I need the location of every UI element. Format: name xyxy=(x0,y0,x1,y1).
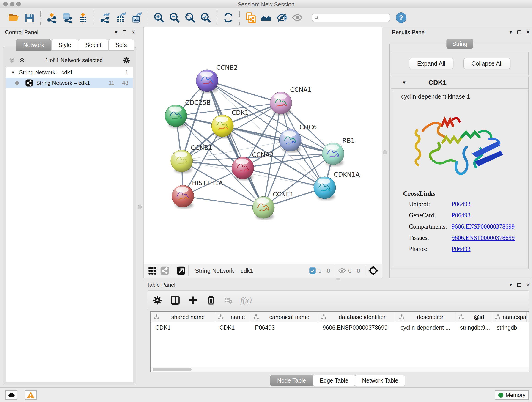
memory-status-dot-icon xyxy=(498,393,503,398)
network-row[interactable]: String Network – cdk1 11 48 xyxy=(6,78,133,88)
collapse-all-button[interactable]: Collapse All xyxy=(463,58,511,69)
network-edge[interactable] xyxy=(207,81,264,207)
tab-select[interactable]: Select xyxy=(78,39,108,51)
collapse-all-icon[interactable] xyxy=(8,57,15,64)
fit-content-crosshair-icon[interactable] xyxy=(368,266,378,276)
save-session-icon[interactable] xyxy=(23,11,36,24)
expand-all-icon[interactable] xyxy=(19,57,25,64)
tab-edge-table[interactable]: Edge Table xyxy=(313,375,355,386)
left-splitter-handle[interactable] xyxy=(138,205,142,209)
export-image-icon[interactable] xyxy=(130,11,143,24)
column-header-shared-name[interactable]: shared name xyxy=(151,312,215,322)
show-columns-icon[interactable] xyxy=(170,295,180,305)
network-options-gear-icon[interactable] xyxy=(123,56,130,64)
tab-node-table[interactable]: Node Table xyxy=(270,375,313,386)
network-collection-row[interactable]: ▼ String Network – cdk1 1 xyxy=(6,67,133,78)
network-node-ccna1[interactable]: CCNA1 xyxy=(270,86,312,115)
results-panel-close-icon[interactable]: ✕ xyxy=(526,30,530,35)
network-node-cdc25b[interactable]: CDC25B xyxy=(165,99,210,128)
tab-style[interactable]: Style xyxy=(51,39,78,51)
add-column-icon[interactable] xyxy=(188,295,198,305)
tree-expander-icon[interactable]: ▼ xyxy=(11,70,15,75)
export-network-icon[interactable] xyxy=(99,11,112,24)
table-panel-close-icon[interactable]: ✕ xyxy=(526,282,530,287)
table-options-gear-icon[interactable] xyxy=(152,295,162,305)
network-node-ccnb2[interactable]: CCNB2 xyxy=(196,64,238,93)
zoom-selected-icon[interactable] xyxy=(199,11,212,24)
grid-view-icon[interactable] xyxy=(148,266,157,275)
import-network-icon[interactable] xyxy=(45,11,58,24)
network-node-ccnb1[interactable]: CCNB1 xyxy=(171,144,212,173)
entry-header[interactable]: ▼ CDK1 xyxy=(391,77,528,89)
tab-network-table[interactable]: Network Table xyxy=(355,375,405,386)
cloud-status-button[interactable] xyxy=(6,390,17,400)
expand-all-button[interactable]: Expand All xyxy=(409,58,453,69)
tab-network[interactable]: Network xyxy=(16,39,51,51)
tab-string[interactable]: String xyxy=(446,39,473,49)
tab-sets[interactable]: Sets xyxy=(108,39,134,51)
birds-eye-view-icon[interactable] xyxy=(177,266,186,275)
scrollbar-thumb[interactable] xyxy=(152,368,191,371)
network-edge[interactable] xyxy=(183,196,264,207)
right-splitter-handle[interactable] xyxy=(383,150,387,154)
control-panel-float-icon[interactable] xyxy=(123,31,127,34)
column-header-name[interactable]: name xyxy=(215,312,250,322)
show-hidden-icon[interactable] xyxy=(291,11,304,24)
table-cell[interactable]: stringdb xyxy=(492,324,526,331)
table-panel-float-icon[interactable] xyxy=(517,283,521,287)
column-attribute-icon xyxy=(399,314,405,320)
zoom-fit-icon[interactable] xyxy=(184,11,197,24)
table-cell[interactable]: 9606.ENSP00000378699 xyxy=(318,324,396,331)
control-panel-close-icon[interactable]: ✕ xyxy=(132,30,136,35)
table-cell[interactable]: stringdb:9... xyxy=(456,324,492,331)
network-edge[interactable] xyxy=(207,81,281,103)
warnings-button[interactable] xyxy=(25,390,37,400)
refresh-icon[interactable] xyxy=(222,11,235,24)
table-horizontal-scrollbar[interactable] xyxy=(151,367,529,371)
network-canvas[interactable]: CCNB2CCNA1CDC25BCDK1CDC6RB1CCNB1CCNA2CDK… xyxy=(143,27,382,264)
export-table-icon[interactable] xyxy=(114,11,128,24)
zoom-out-icon[interactable] xyxy=(168,11,181,24)
table-row[interactable]: CDK1CDK1P064939606.ENSP00000378699cyclin… xyxy=(151,322,529,332)
open-session-icon[interactable] xyxy=(7,11,20,24)
results-panel-float-icon[interactable] xyxy=(517,31,521,34)
network-share-icon[interactable] xyxy=(160,266,169,275)
network-node-ccne1[interactable]: CCNE1 xyxy=(253,191,294,220)
entry-expander-icon[interactable]: ▼ xyxy=(402,80,406,85)
column-header-database-identifier[interactable]: database identifier xyxy=(318,312,396,322)
clone-network-icon[interactable] xyxy=(244,11,257,24)
column-header-canonical-name[interactable]: canonical name xyxy=(250,312,318,322)
table-panel-menu-icon[interactable]: ▾ xyxy=(510,282,512,287)
search-input[interactable] xyxy=(321,15,388,21)
column-header-description[interactable]: description xyxy=(396,312,456,322)
column-header-namespace[interactable]: namespace xyxy=(492,312,526,322)
import-network-from-database-icon[interactable] xyxy=(61,11,74,24)
network-node-rb1[interactable]: RB1 xyxy=(322,137,355,166)
table-cell[interactable]: P06493 xyxy=(250,324,318,331)
control-panel-menu-icon[interactable]: ▾ xyxy=(115,30,118,35)
column-header--id[interactable]: @id xyxy=(456,312,492,322)
table-cell[interactable]: cyclin-dependent ... xyxy=(396,324,456,331)
table-cell[interactable]: CDK1 xyxy=(215,324,250,331)
crosslink-link[interactable]: 9606.ENSP00000378699 xyxy=(452,234,515,241)
network-node-cdk1[interactable]: CDK1 xyxy=(211,109,249,138)
help-icon[interactable]: ? xyxy=(396,12,406,23)
crosslink-link[interactable]: P06493 xyxy=(452,245,471,253)
crosslink-link[interactable]: 9606.ENSP00000378699 xyxy=(452,223,515,230)
crosslink-link[interactable]: P06493 xyxy=(452,212,471,219)
hide-selected-icon[interactable] xyxy=(275,11,288,24)
crosslink-row: Tissues:9606.ENSP00000378699 xyxy=(403,234,522,241)
import-table-icon[interactable] xyxy=(76,11,89,24)
show-all-networks-icon[interactable] xyxy=(260,11,273,24)
delete-column-icon[interactable] xyxy=(206,295,216,305)
selected-checkbox-icon[interactable] xyxy=(309,267,316,274)
network-node-cdkn1a[interactable]: CDKN1A xyxy=(314,171,360,200)
results-panel-menu-icon[interactable]: ▾ xyxy=(510,30,512,35)
network-node-hist1h1a[interactable]: HIST1H1A xyxy=(172,179,223,209)
node-table[interactable]: shared namenamecanonical namedatabase id… xyxy=(150,312,529,372)
crosslink-link[interactable]: P06493 xyxy=(452,201,471,208)
zoom-in-icon[interactable] xyxy=(152,11,166,24)
table-cell[interactable]: CDK1 xyxy=(151,324,215,331)
memory-button[interactable]: Memory xyxy=(495,390,529,400)
crosslink-label: Pharos: xyxy=(409,245,452,253)
